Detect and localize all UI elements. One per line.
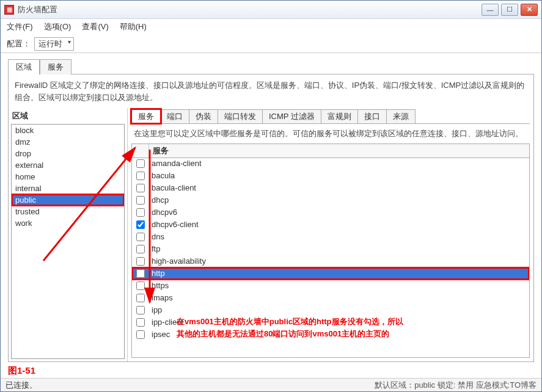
services-body[interactable]: amanda-clientbaculabacula-clientdhcpdhcp… (132, 158, 529, 358)
config-label: 配置： (7, 38, 31, 49)
service-checkbox-bacula-client[interactable] (136, 184, 145, 192)
config-dropdown[interactable]: 运行时 (34, 37, 74, 51)
subtab-3[interactable]: 端口转发 (218, 109, 263, 123)
zone-item-home[interactable]: home (12, 171, 124, 183)
service-checkbox-ipp[interactable] (136, 306, 145, 314)
zone-item-public[interactable]: public (12, 194, 124, 206)
service-name: https (149, 281, 171, 290)
service-row-amanda-client[interactable]: amanda-client (132, 158, 529, 170)
service-name: bacula (149, 171, 177, 180)
services-table: 服务 amanda-clientbaculabacula-clientdhcpd… (131, 143, 530, 358)
close-button[interactable]: ✕ (521, 4, 538, 16)
zone-item-block[interactable]: block (12, 125, 124, 136)
window-title: 防火墙配置 (18, 4, 482, 15)
service-row-ipsec[interactable]: ipsec (132, 328, 529, 341)
service-checkbox-amanda-client[interactable] (136, 159, 145, 168)
service-row-dhcpv6[interactable]: dhcpv6 (132, 206, 529, 219)
service-row-dhcp[interactable]: dhcp (132, 194, 529, 206)
subtab-0[interactable]: 服务 (131, 109, 161, 123)
service-name: ipp-client (149, 318, 186, 327)
service-row-dns[interactable]: dns (132, 231, 529, 243)
service-row-https[interactable]: https (132, 280, 529, 292)
service-checkbox-dhcp[interactable] (136, 196, 145, 205)
toolbar: 配置： 运行时 (1, 35, 541, 53)
subtab-2[interactable]: 伪装 (189, 109, 218, 123)
checkbox-column-header (132, 144, 149, 158)
service-checkbox-dhcpv6[interactable] (136, 208, 145, 217)
service-name: ipp (149, 305, 164, 314)
subtab-6[interactable]: 接口 (357, 109, 387, 123)
service-name: ipsec (149, 330, 172, 339)
firewall-icon: ▦ (4, 5, 14, 15)
subtab-7[interactable]: 来源 (386, 109, 416, 123)
service-name: ftp (149, 244, 163, 253)
tabs-top: 区域 服务 (8, 59, 534, 74)
service-name: dhcpv6-client (149, 220, 201, 229)
service-checkbox-ipsec[interactable] (136, 330, 145, 339)
service-row-http[interactable]: http (132, 267, 529, 280)
maximize-button[interactable]: ☐ (501, 4, 518, 16)
zone-item-drop[interactable]: drop (12, 148, 124, 159)
menu-help[interactable]: 帮助(H) (120, 21, 147, 32)
service-checkbox-https[interactable] (136, 281, 145, 290)
menu-options[interactable]: 选项(O) (44, 21, 71, 32)
statusbar: 已连接。 默认区域：public 锁定: 禁用 应急模式:TO博客 (1, 378, 541, 391)
service-row-bacula-client[interactable]: bacula-client (132, 182, 529, 194)
status-right: 默认区域：public 锁定: 禁用 应急模式:TO博客 (375, 380, 537, 391)
tab-services[interactable]: 服务 (40, 59, 71, 74)
service-row-ipp[interactable]: ipp (132, 304, 529, 316)
zone-item-internal[interactable]: internal (12, 183, 124, 194)
content: 区域 服务 FirewallD 区域定义了绑定的网络连接、接口以及源地址的可信程… (1, 53, 541, 378)
menu-file[interactable]: 文件(F) (7, 21, 33, 32)
zone-list[interactable]: blockdmzdropexternalhomeinternalpublictr… (11, 124, 125, 359)
tab-zones[interactable]: 区域 (8, 59, 40, 74)
service-name: dhcp (149, 195, 171, 205)
zone-item-work[interactable]: work (12, 217, 124, 229)
description-box: FirewallD 区域定义了绑定的网络连接、接口以及源地址的可信程度。区域是服… (8, 74, 534, 108)
menu-view[interactable]: 查看(V) (82, 21, 108, 32)
service-checkbox-bacula[interactable] (136, 172, 145, 180)
zones-title: 区域 (9, 108, 127, 124)
subtabs: 服务端口伪装端口转发ICMP 过滤器富规则接口来源 (131, 109, 530, 124)
service-checkbox-ipp-client[interactable] (136, 318, 145, 327)
titlebar[interactable]: ▦ 防火墙配置 — ☐ ✕ (1, 1, 541, 19)
main-split: 区域 blockdmzdropexternalhomeinternalpubli… (8, 108, 534, 362)
service-row-imaps[interactable]: imaps (132, 292, 529, 304)
service-row-bacula[interactable]: bacula (132, 170, 529, 182)
service-name: bacula-client (149, 183, 199, 192)
service-row-dhcpv6-client[interactable]: dhcpv6-client (132, 219, 529, 231)
subtab-4[interactable]: ICMP 过滤器 (262, 109, 321, 123)
services-hint: 在这里您可以定义区域中哪些服务是可信的。可信的服务可以被绑定到该区域的任意连接、… (131, 124, 530, 143)
services-column-header: 服务 (149, 144, 172, 158)
services-header-row: 服务 (132, 144, 529, 158)
service-checkbox-imaps[interactable] (136, 294, 145, 302)
menubar: 文件(F) 选项(O) 查看(V) 帮助(H) (1, 19, 541, 35)
status-left: 已连接。 (5, 380, 37, 391)
window-buttons: — ☐ ✕ (482, 4, 538, 16)
service-name: http (149, 269, 167, 278)
subtab-1[interactable]: 端口 (160, 109, 189, 123)
service-row-high-availability[interactable]: high-availability (132, 255, 529, 267)
service-name: high-availability (149, 256, 208, 266)
zone-item-external[interactable]: external (12, 159, 124, 171)
zones-panel: 区域 blockdmzdropexternalhomeinternalpubli… (9, 108, 128, 361)
service-name: amanda-client (149, 159, 204, 168)
service-checkbox-dns[interactable] (136, 233, 145, 241)
service-checkbox-ftp[interactable] (136, 245, 145, 253)
right-panel: 服务端口伪装端口转发ICMP 过滤器富规则接口来源 在这里您可以定义区域中哪些服… (128, 108, 533, 361)
service-name: dhcpv6 (149, 208, 180, 217)
service-row-ipp-client[interactable]: ipp-client (132, 316, 529, 328)
service-row-ftp[interactable]: ftp (132, 243, 529, 255)
service-checkbox-high-availability[interactable] (136, 257, 145, 266)
figure-label: 图1-51 (8, 365, 35, 377)
service-name: imaps (149, 293, 175, 302)
service-checkbox-http[interactable] (136, 269, 145, 278)
window: ▦ 防火墙配置 — ☐ ✕ 文件(F) 选项(O) 查看(V) 帮助(H) 配置… (0, 0, 542, 392)
minimize-button[interactable]: — (482, 4, 499, 16)
zone-item-dmz[interactable]: dmz (12, 136, 124, 148)
service-name: dns (149, 232, 167, 241)
service-checkbox-dhcpv6-client[interactable] (136, 220, 145, 229)
zone-item-trusted[interactable]: trusted (12, 206, 124, 217)
subtab-5[interactable]: 富规则 (321, 109, 358, 123)
